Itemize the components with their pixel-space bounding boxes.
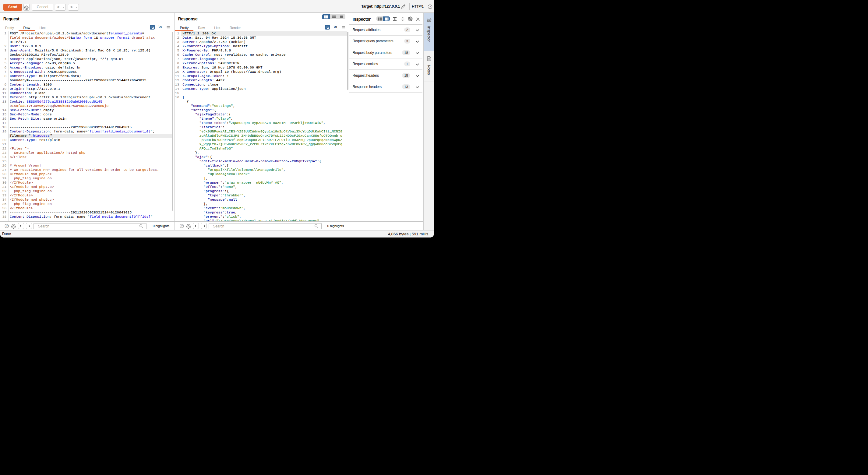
svg-text:?: ? xyxy=(181,224,182,227)
svg-text:?: ? xyxy=(429,5,431,8)
svg-text:?: ? xyxy=(6,224,8,227)
